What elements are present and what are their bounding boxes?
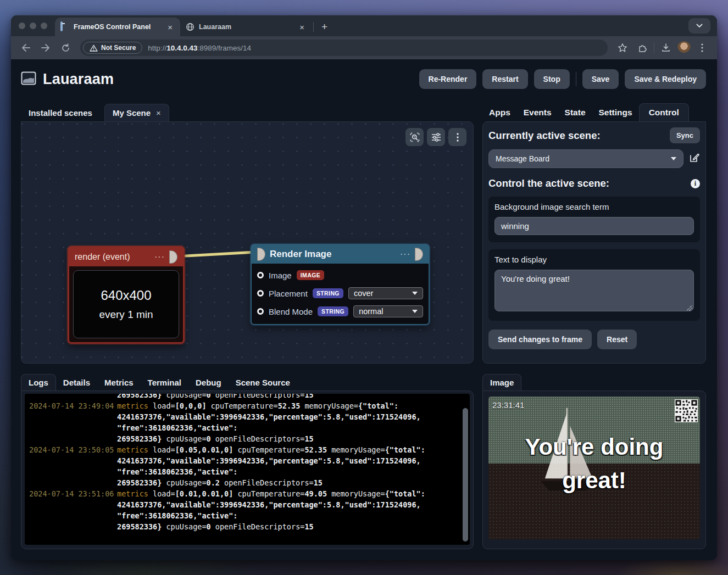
tab-metrics[interactable]: Metrics <box>97 375 141 390</box>
tab-my-scene[interactable]: My Scene × <box>104 104 169 121</box>
node-render-image-body: Image IMAGE Placement STRING cover <box>252 264 429 324</box>
scrollbar-thumb[interactable] <box>463 408 468 541</box>
bookmark-star-icon[interactable] <box>614 40 631 56</box>
panel-tabs: Apps Events State Settings Control <box>482 104 706 121</box>
tab-close-icon[interactable]: × <box>297 23 307 32</box>
globe-icon <box>186 23 194 31</box>
control-heading: Control the active scene: <box>488 177 609 189</box>
frameos-favicon-icon <box>60 23 69 31</box>
scene-tab-close-icon[interactable]: × <box>156 108 161 118</box>
placement-select[interactable]: cover <box>348 287 423 299</box>
url-text: http://10.4.0.43:8989/frames/14 <box>148 44 251 52</box>
browser-tabstrip: FrameOS Control Panel × Lauaraam × + <box>11 15 717 36</box>
tab-details[interactable]: Details <box>56 375 97 390</box>
info-icon[interactable]: i <box>691 179 700 188</box>
new-tab-button[interactable]: + <box>317 20 332 33</box>
scene-select[interactable]: Message Board <box>488 149 683 168</box>
reload-icon[interactable] <box>57 40 74 56</box>
resize-handle-icon[interactable] <box>687 305 692 311</box>
tab-debug[interactable]: Debug <box>188 375 229 390</box>
send-changes-button[interactable]: Send changes to frame <box>488 330 592 349</box>
node-render-event[interactable]: render (event) ··· 640x400 every 1 min <box>68 246 185 344</box>
profile-avatar[interactable] <box>677 41 691 54</box>
node-render-image-header[interactable]: Render Image ··· <box>252 245 429 264</box>
security-badge-label: Not Secure <box>101 44 136 52</box>
back-icon[interactable] <box>18 40 34 56</box>
node-render-image[interactable]: Render Image ··· Image IMAGE Placement S… <box>251 244 430 325</box>
app-header: Lauaraam Re-Render Restart Stop Save Sav… <box>21 66 706 92</box>
node-menu-icon[interactable]: ··· <box>154 252 165 262</box>
forward-icon[interactable] <box>37 40 54 56</box>
tabstrip-chevron-icon[interactable] <box>688 18 710 34</box>
window-controls <box>11 15 55 36</box>
log-entry: 2024-07-14 23:49:04metrics load=[0,0,0] … <box>29 400 459 444</box>
brand: Lauaraam <box>21 71 114 88</box>
field-row-placement: Placement STRING cover <box>257 286 423 300</box>
tab-installed-scenes[interactable]: Installed scenes <box>21 104 100 121</box>
node-canvas[interactable]: render (event) ··· 640x400 every 1 min R… <box>21 121 474 364</box>
download-icon[interactable] <box>658 40 674 56</box>
sync-button[interactable]: Sync <box>670 127 700 143</box>
node-menu-icon[interactable]: ··· <box>400 249 410 259</box>
url-bar[interactable]: Not Secure http://10.4.0.43:8989/frames/… <box>80 40 608 56</box>
minimize-window-button[interactable] <box>30 23 36 29</box>
filters-icon[interactable] <box>427 128 445 146</box>
tab-scene-source[interactable]: Scene Source <box>229 375 297 390</box>
tab-settings[interactable]: Settings <box>592 104 639 121</box>
node-render-event-header[interactable]: render (event) ··· <box>69 248 183 266</box>
field-card-text: Text to display You're doing great! <box>488 249 700 321</box>
restart-button[interactable]: Restart <box>482 69 527 89</box>
log-output[interactable]: 269582336} cpuUsage=0 openFileDescriptor… <box>25 394 470 545</box>
save-redeploy-button[interactable]: Save & Redeploy <box>625 69 706 89</box>
tab-apps[interactable]: Apps <box>482 104 517 121</box>
save-button[interactable]: Save <box>582 69 619 89</box>
text-to-display-input[interactable]: You're doing great! <box>494 270 694 311</box>
extensions-icon[interactable] <box>634 40 651 56</box>
log-scrollbar <box>462 396 468 543</box>
maximize-window-button[interactable] <box>41 23 47 29</box>
output-port[interactable] <box>169 250 177 264</box>
field-label: Background image search term <box>494 202 694 211</box>
actions-divider <box>576 72 576 86</box>
field-row-image: Image IMAGE <box>257 268 423 282</box>
field-card-search-term: Background image search term <box>488 197 700 242</box>
frameos-logo-icon <box>21 71 36 87</box>
log-entry: 2024-07-14 23:51:06metrics load=[0.01,0.… <box>29 488 459 532</box>
field-port[interactable] <box>257 290 264 297</box>
zoom-to-fit-button[interactable] <box>405 128 424 146</box>
security-badge[interactable]: Not Secure <box>83 42 142 54</box>
edit-scene-icon[interactable] <box>689 152 700 165</box>
browser-tab-frameos[interactable]: FrameOS Control Panel × <box>55 18 180 36</box>
tab-control[interactable]: Control <box>639 103 689 121</box>
tab-terminal[interactable]: Terminal <box>141 375 188 390</box>
tab-close-icon[interactable]: × <box>165 23 175 32</box>
background-search-input[interactable] <box>494 217 694 235</box>
stop-button[interactable]: Stop <box>534 69 570 89</box>
field-port[interactable] <box>257 272 264 278</box>
output-port[interactable] <box>415 248 423 261</box>
reset-button[interactable]: Reset <box>597 330 637 349</box>
tab-logs[interactable]: Logs <box>21 374 56 390</box>
input-port[interactable] <box>257 248 265 261</box>
blend-mode-select[interactable]: normal <box>353 305 423 317</box>
overlay-text: You're doing great! <box>488 431 700 498</box>
tab-divider <box>313 22 314 32</box>
toolbar-divider <box>654 42 654 53</box>
warning-icon <box>90 44 98 52</box>
browser-tab-lauaraam[interactable]: Lauaraam × <box>180 18 312 36</box>
browser-menu-icon[interactable] <box>694 40 710 56</box>
re-render-button[interactable]: Re-Render <box>419 69 477 89</box>
log-entry: 269582336} cpuUsage=0 openFileDescriptor… <box>29 394 459 400</box>
frame-preview-image: You're doing great! 23:31:41 <box>488 397 700 539</box>
qr-code <box>675 399 698 422</box>
tab-image[interactable]: Image <box>482 374 521 390</box>
log-tabs: Logs Details Metrics Terminal Debug Scen… <box>21 374 297 390</box>
canvas-menu-icon[interactable] <box>448 128 466 146</box>
frame-size: 640x400 <box>101 288 151 303</box>
tab-state[interactable]: State <box>558 104 592 121</box>
close-window-button[interactable] <box>19 23 25 29</box>
chevron-down-icon <box>412 292 418 295</box>
tab-events[interactable]: Events <box>517 104 558 121</box>
field-port[interactable] <box>257 308 264 315</box>
type-badge: IMAGE <box>297 270 324 280</box>
